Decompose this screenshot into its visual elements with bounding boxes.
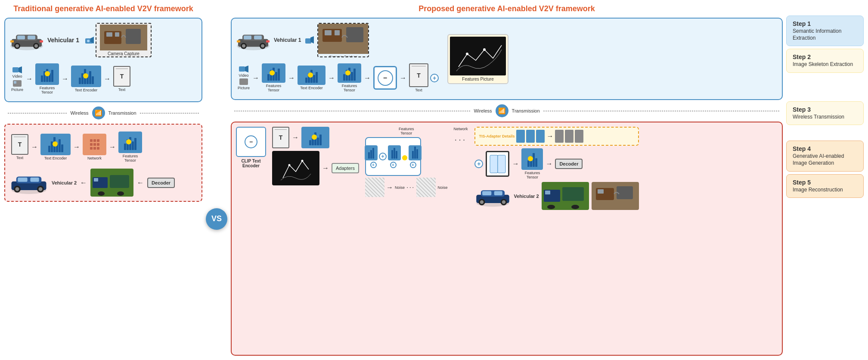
bottom-row2: → Adapters [272, 151, 359, 185]
step2-desc: Image Skeleton Extraction [793, 61, 857, 68]
dec-feat-tensor: FeaturesTensor [521, 148, 543, 179]
proposed-v2-row: Vehicular 2 [474, 182, 639, 210]
wireless-label: Wireless [70, 110, 88, 116]
dashed-line-right [140, 113, 199, 113]
tis-adapter-box: TIS-Adapter Details → [474, 127, 639, 146]
receiver-feat-label: FeaturesTensor [123, 154, 138, 163]
clip-box: − [236, 127, 266, 157]
wireless-icon: 📶 [92, 106, 105, 119]
dfb1 [527, 160, 530, 167]
svg-point-60 [466, 53, 468, 55]
svg-point-74 [480, 200, 484, 204]
diff-enc2 [388, 145, 401, 160]
dec-feat-block [521, 148, 543, 170]
svg-rect-62 [274, 152, 317, 185]
svg-rect-47 [237, 40, 240, 42]
svg-rect-17 [106, 32, 112, 37]
proposed-v2-label: Vehicular 2 [514, 194, 539, 199]
parrow3: → [328, 75, 335, 81]
pfb5 [278, 69, 280, 81]
narrow1: → [386, 184, 393, 191]
svg-rect-35 [110, 175, 129, 188]
receiver-text-encoder: Text Encoder [40, 134, 71, 160]
svg-point-76 [502, 200, 506, 204]
rfbar5 [134, 138, 136, 150]
bottom-enc-block [301, 127, 329, 148]
tis-b6 [575, 130, 583, 143]
svg-rect-19 [12, 67, 19, 72]
peb4 [313, 75, 315, 83]
dec-plus: + [474, 160, 483, 168]
adapters-box: Adapters [332, 163, 359, 173]
svg-marker-20 [19, 66, 22, 73]
tis-arrow: → [546, 133, 553, 140]
proposed-v2-output2 [592, 182, 639, 210]
svg-rect-86 [598, 189, 604, 194]
steps-spacer [786, 4, 864, 13]
proposed-camera-icon [304, 36, 314, 44]
picture-label: Picture [11, 88, 23, 92]
db6 [396, 151, 397, 159]
tbar5 [89, 71, 91, 84]
p-feat-label1: FeaturesTensor [266, 84, 282, 92]
traditional-title: Traditional generative AI-enabled V2V fr… [4, 4, 202, 13]
p-minus-block: − [373, 66, 397, 90]
video-label: Video [12, 74, 22, 78]
rcircle [53, 141, 58, 147]
step4-number: Step 4 [793, 145, 857, 152]
dashed-line-left [8, 113, 67, 113]
p-text-block: T Text [409, 63, 428, 92]
p-picture-label: Picture [238, 86, 250, 90]
deb2 [391, 147, 397, 159]
steps-sidebar: Step 1 Semantic Information Extraction S… [786, 4, 864, 356]
svg-point-64 [301, 160, 304, 162]
circle-center [45, 71, 50, 76]
svg-point-29 [16, 187, 19, 191]
diff-enc3 [409, 145, 422, 160]
network-dots-section: Network ··· [453, 127, 468, 144]
tis-b3 [536, 130, 545, 143]
rfbar1 [124, 144, 126, 150]
nb3 [97, 139, 99, 142]
circle-center2 [83, 73, 88, 78]
bottom-t-block: T [272, 127, 289, 148]
traditional-text-output: T Text [113, 66, 130, 92]
dplus1: + [370, 162, 377, 168]
pec-circle [308, 72, 313, 78]
diff-inner: + [365, 145, 422, 168]
svg-marker-57 [245, 66, 248, 72]
nbr3 [90, 147, 99, 150]
svg-rect-67 [498, 155, 505, 173]
svg-rect-48 [266, 40, 270, 42]
tbar1 [79, 78, 81, 84]
v2arrow1: ← [80, 179, 87, 186]
svg-point-82 [571, 205, 579, 209]
step-box-3: Step 3 Wireless Transmission [786, 101, 864, 125]
clip-minus: − [245, 135, 257, 148]
p-video-picture: Video Picture [238, 66, 250, 90]
proposed-section: Proposed generative AI-enabled V2V frame… [231, 4, 783, 356]
p-text-label: Text [415, 88, 422, 92]
diffusion-block: + [365, 137, 421, 176]
db8 [414, 147, 416, 159]
diff-enc1 [365, 145, 378, 160]
dec-arrow1: → [512, 160, 519, 167]
bec [312, 135, 317, 140]
text-encoder-label: Text Encoder [75, 88, 98, 92]
svg-rect-10 [40, 40, 43, 42]
svg-point-31 [39, 187, 43, 191]
step-box-5: Step 5 Image Reconstruction [786, 174, 864, 198]
receiver-flow-row: T Text → [9, 129, 197, 165]
svg-point-8 [34, 44, 38, 47]
svg-rect-49 [305, 38, 311, 44]
p-transmission-label: Transmission [512, 108, 540, 113]
traditional-car1-icon [9, 28, 44, 52]
features-tensor-block [35, 63, 59, 85]
receiver-encoder-label: Text Encoder [44, 156, 67, 160]
traditional-wireless-row: Wireless 📶 Transmission [4, 105, 202, 121]
rbar6 [61, 144, 63, 152]
bottom-row1: T → [272, 127, 359, 148]
svg-point-37 [117, 191, 124, 196]
svg-rect-55 [335, 30, 340, 35]
decoder-proposed: Decoder [555, 159, 583, 169]
